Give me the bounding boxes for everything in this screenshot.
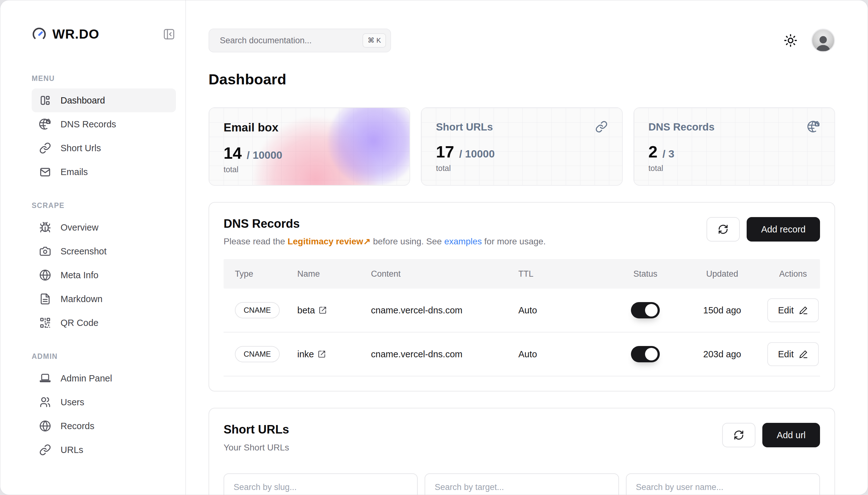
globe-lock-icon <box>39 118 51 130</box>
refresh-icon <box>718 224 728 235</box>
record-name: beta <box>297 305 315 315</box>
edit-label: Edit <box>778 349 794 359</box>
refresh-button[interactable] <box>707 217 740 241</box>
mail-icon <box>39 166 51 178</box>
edit-button[interactable]: Edit <box>767 342 819 366</box>
search-by-slug-input[interactable] <box>224 473 418 495</box>
search-by-target-input[interactable] <box>424 473 619 495</box>
user-avatar[interactable] <box>811 29 835 52</box>
section-label: ADMIN <box>32 352 176 361</box>
edit-button[interactable]: Edit <box>767 298 819 322</box>
brand-name: WR.DO <box>52 27 99 42</box>
col-header-status: Status <box>612 269 678 279</box>
sidebar-item-urls[interactable]: URLs <box>32 438 176 462</box>
record-type-badge: CNAME <box>235 346 280 362</box>
doc-search[interactable]: ⌘ K <box>209 29 391 52</box>
record-ttl: Auto <box>518 305 612 315</box>
desc-text: Please read the <box>224 237 288 246</box>
sidebar-item-users[interactable]: Users <box>32 390 176 414</box>
person-silhouette-icon <box>813 33 833 52</box>
record-name-link[interactable]: inke <box>297 349 371 359</box>
stat-value: 2 <box>648 142 658 161</box>
theme-toggle-button[interactable] <box>784 34 797 47</box>
sidebar-collapse-button[interactable] <box>162 27 176 41</box>
col-header-content: Content <box>371 269 518 279</box>
legitimacy-review-link[interactable]: Legitimacy review↗ <box>288 237 371 246</box>
table-header-row: Type Name Content TTL Status Updated Act… <box>224 259 820 289</box>
dns-records-panel: DNS Records Please read the Legitimacy r… <box>209 202 835 392</box>
record-updated: 150d ago <box>678 305 766 315</box>
record-content: cname.vercel-dns.com <box>371 349 518 359</box>
link-text: Legitimacy review <box>288 237 363 246</box>
add-record-button[interactable]: Add record <box>747 217 820 241</box>
sidebar-item-qr-code[interactable]: QR Code <box>32 311 176 335</box>
col-header-ttl: TTL <box>518 269 612 279</box>
bug-icon <box>39 221 51 233</box>
record-name: inke <box>297 349 314 359</box>
examples-link[interactable]: examples <box>444 237 482 246</box>
sidebar-item-label: Short Urls <box>60 143 101 153</box>
sidebar-item-dashboard[interactable]: Dashboard <box>32 88 176 112</box>
sidebar-section-menu: MENU Dashboard DNS Records Short Urls Em… <box>32 74 176 184</box>
main-content: ⌘ K Dashboard Email box 14 / 10000 <box>186 0 868 495</box>
type-cell: CNAME <box>224 302 297 319</box>
search-by-user-name-input[interactable] <box>626 473 820 495</box>
sidebar-item-meta-info[interactable]: Meta Info <box>32 263 176 287</box>
sidebar-item-label: Emails <box>60 167 88 177</box>
stat-title: Email box <box>224 121 395 134</box>
stat-limit: / 10000 <box>459 148 494 160</box>
sidebar-item-label: DNS Records <box>60 119 116 130</box>
section-label: MENU <box>32 74 176 83</box>
short-urls-panel: Short URLs Your Short URLs Add url <box>209 408 835 495</box>
camera-icon <box>39 245 51 257</box>
edit-label: Edit <box>778 305 794 315</box>
sidebar-item-label: Users <box>60 397 84 408</box>
app-window: WR.DO MENU Dashboard DNS Records Short U… <box>0 0 868 495</box>
sidebar-item-screenshot[interactable]: Screenshot <box>32 239 176 263</box>
link-icon <box>39 142 51 154</box>
sidebar: WR.DO MENU Dashboard DNS Records Short U… <box>0 0 186 495</box>
sidebar-item-label: Dashboard <box>60 95 105 106</box>
record-ttl: Auto <box>518 349 612 359</box>
sidebar-item-overview[interactable]: Overview <box>32 216 176 239</box>
sidebar-item-label: Markdown <box>60 294 103 304</box>
col-header-updated: Updated <box>678 269 766 279</box>
sidebar-item-markdown[interactable]: Markdown <box>32 287 176 311</box>
col-header-name: Name <box>297 269 371 279</box>
sidebar-item-label: Records <box>60 421 94 431</box>
stat-caption: total <box>436 164 607 173</box>
table-row: CNAME inke cname.vercel-dns.com Auto 203… <box>224 332 820 376</box>
refresh-button[interactable] <box>722 423 756 447</box>
add-url-button[interactable]: Add url <box>762 423 820 447</box>
sidebar-item-records[interactable]: Records <box>32 414 176 438</box>
stat-title: Short URLs <box>436 121 607 133</box>
status-toggle[interactable] <box>631 346 660 362</box>
record-updated: 203d ago <box>678 349 766 359</box>
record-content: cname.vercel-dns.com <box>371 305 518 315</box>
stat-card-short-urls: Short URLs 17 / 10000 total <box>421 107 623 186</box>
stat-title: DNS Records <box>648 121 820 133</box>
qr-code-icon <box>39 317 51 329</box>
table-row: CNAME beta cname.vercel-dns.com Auto 150… <box>224 289 820 332</box>
sidebar-item-label: Meta Info <box>60 270 99 280</box>
stats-row: Email box 14 / 10000 total Short URLs 17… <box>209 107 835 186</box>
panel-title: Short URLs <box>224 423 289 436</box>
external-link-icon <box>318 350 326 358</box>
record-name-link[interactable]: beta <box>297 305 371 315</box>
stat-caption: total <box>224 165 395 174</box>
stat-value: 14 <box>224 144 242 163</box>
globe-icon <box>39 269 51 281</box>
sidebar-item-dns-records[interactable]: DNS Records <box>32 112 176 136</box>
users-icon <box>39 396 51 408</box>
external-link-icon <box>318 306 327 314</box>
dashboard-icon <box>39 95 51 106</box>
brand-logo[interactable]: WR.DO <box>32 27 99 42</box>
link-icon <box>39 444 51 456</box>
doc-search-input[interactable] <box>220 36 363 46</box>
sidebar-item-admin-panel[interactable]: Admin Panel <box>32 366 176 390</box>
file-text-icon <box>39 293 51 305</box>
sidebar-item-short-urls[interactable]: Short Urls <box>32 136 176 160</box>
record-type-badge: CNAME <box>235 302 280 319</box>
sidebar-item-emails[interactable]: Emails <box>32 160 176 184</box>
status-toggle[interactable] <box>631 302 660 319</box>
